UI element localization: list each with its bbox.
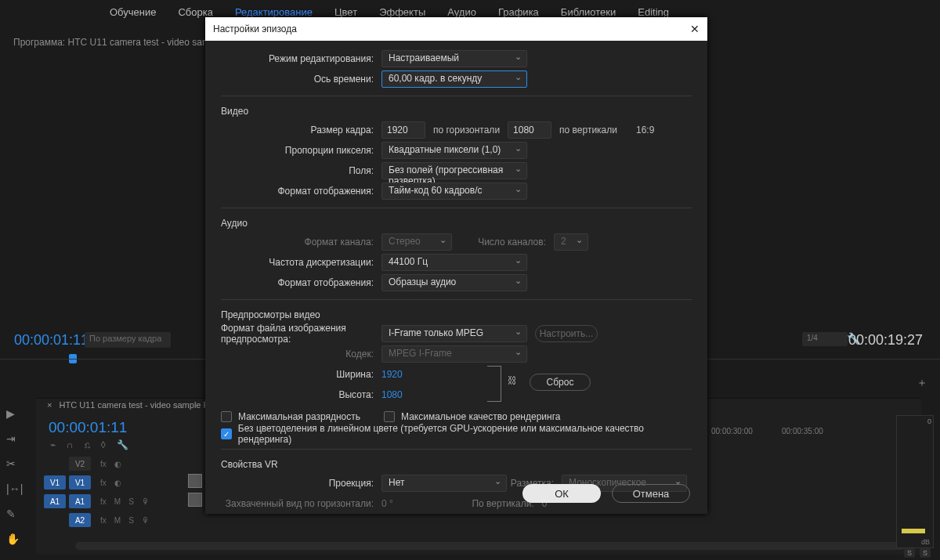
fx-toggle[interactable]: fx bbox=[100, 497, 107, 506]
audio-meter: 0 dB bbox=[896, 415, 934, 548]
frame-height-input[interactable] bbox=[508, 121, 551, 139]
projection-label: Проекция: bbox=[221, 478, 381, 489]
monitor-zoom-select[interactable]: По размеру кадра bbox=[85, 332, 171, 348]
timebase-label: Ось времени: bbox=[221, 74, 381, 85]
video-clip[interactable] bbox=[188, 474, 202, 488]
max-bit-depth-label: Максимальная разрядность bbox=[238, 411, 360, 422]
tab-learn[interactable]: Обучение bbox=[110, 6, 156, 18]
preview-section-header: Предпросмотры видео bbox=[221, 305, 692, 323]
source-patch-v1[interactable]: V1 bbox=[44, 475, 66, 490]
workspace-tabs: Обучение Сборка Редактирование Цвет Эффе… bbox=[110, 6, 669, 18]
horizontal-label: по горизонтали bbox=[433, 125, 500, 135]
preview-height-value[interactable]: 1080 bbox=[381, 389, 403, 400]
settings-wrench-icon[interactable]: 🔧 bbox=[117, 439, 128, 450]
solo-left[interactable]: S bbox=[904, 548, 915, 558]
captured-horizontal-value: 0 ° bbox=[381, 498, 393, 509]
source-patch-a1[interactable]: A1 bbox=[44, 494, 66, 508]
tab-audio[interactable]: Аудио bbox=[447, 6, 476, 18]
codec-select: MPEG I-Frame bbox=[381, 345, 527, 363]
voice-icon[interactable]: 🎙 bbox=[142, 497, 150, 506]
tab-graphics[interactable]: Графика bbox=[498, 6, 539, 18]
pen-tool-icon[interactable]: ✎ bbox=[6, 508, 23, 520]
max-render-quality-label: Максимальное качество рендеринга bbox=[401, 411, 560, 422]
timeline-scrollbar[interactable] bbox=[75, 542, 906, 550]
max-render-quality-checkbox[interactable] bbox=[384, 411, 395, 422]
cancel-button[interactable]: Отмена bbox=[612, 484, 690, 503]
composite-linear-label: Без цветоделения в линейном цвете (требу… bbox=[238, 423, 692, 445]
magnet-icon[interactable]: ∩ bbox=[67, 439, 74, 450]
preview-height-label: Высота: bbox=[221, 389, 381, 400]
add-button-icon[interactable]: ＋ bbox=[916, 376, 927, 390]
mute-toggle[interactable]: M bbox=[114, 497, 121, 506]
projection-select[interactable]: Нет bbox=[381, 475, 507, 492]
video-display-format-select[interactable]: Тайм-код 60 кадров/с bbox=[381, 182, 527, 200]
preview-file-format-select[interactable]: I-Frame только MPEG bbox=[381, 325, 527, 342]
timebase-select[interactable]: 60,00 кадр. в секунду bbox=[381, 70, 527, 88]
ripple-tool-icon[interactable]: ✂ bbox=[6, 457, 23, 470]
audio-clip[interactable] bbox=[188, 493, 202, 507]
sequence-settings-dialog: Настройки эпизода ✕ Режим редактирования… bbox=[205, 17, 707, 514]
tab-editing[interactable]: Редактирование bbox=[235, 6, 313, 18]
preview-width-label: Ширина: bbox=[221, 369, 381, 380]
audio-display-format-select[interactable]: Образцы аудио bbox=[381, 274, 527, 291]
voice-icon[interactable]: 🎙 bbox=[142, 516, 150, 525]
eye-icon[interactable]: ◐ bbox=[114, 460, 121, 468]
monitor-time-out[interactable]: 00:00:19:27 bbox=[848, 332, 923, 349]
codec-label: Кодек: bbox=[221, 349, 381, 359]
hand-tool-icon[interactable]: ✋ bbox=[6, 533, 23, 545]
timeline-playhead-time[interactable]: 00:00:01:11 bbox=[49, 419, 127, 436]
max-bit-depth-checkbox[interactable] bbox=[221, 411, 232, 422]
close-icon[interactable]: ✕ bbox=[690, 23, 700, 35]
solo-right[interactable]: S bbox=[920, 548, 931, 558]
sample-rate-select[interactable]: 44100 Гц bbox=[381, 254, 527, 271]
track-header-v1[interactable]: V1 bbox=[69, 475, 91, 490]
vertical-label: по вертикали bbox=[559, 125, 617, 135]
frame-width-input[interactable] bbox=[381, 121, 425, 139]
track-select-tool-icon[interactable]: ⇥ bbox=[6, 432, 23, 445]
channel-format-label: Формат канала: bbox=[221, 237, 381, 247]
channel-count-select: 2 bbox=[554, 233, 588, 251]
monitor-time-in[interactable]: 00:00:01:11 bbox=[14, 332, 89, 349]
selection-tool-icon[interactable]: ▶ bbox=[6, 407, 23, 420]
channel-count-label: Число каналов: bbox=[452, 237, 554, 247]
link-toggle-icon[interactable]: ⎌ bbox=[85, 439, 90, 450]
tab-editing2[interactable]: Editing bbox=[638, 6, 669, 18]
solo-toggle[interactable]: S bbox=[128, 497, 134, 506]
fx-toggle[interactable]: fx bbox=[100, 460, 107, 468]
solo-toggle[interactable]: S bbox=[128, 516, 134, 525]
pixel-aspect-select[interactable]: Квадратные пиксели (1,0) bbox=[381, 142, 527, 159]
razor-tool-icon[interactable]: |↔| bbox=[6, 482, 23, 495]
eye-icon[interactable]: ◐ bbox=[114, 479, 121, 487]
snap-icon[interactable]: ⌁ bbox=[50, 439, 56, 450]
editing-mode-select[interactable]: Настраиваемый bbox=[381, 50, 527, 67]
close-tab-icon[interactable]: × bbox=[47, 400, 52, 410]
track-header-a1[interactable]: A1 bbox=[69, 494, 91, 508]
link-icon[interactable]: ⛓ bbox=[508, 375, 517, 386]
configure-button: Настроить... bbox=[535, 325, 598, 342]
channel-format-select: Стерео bbox=[381, 233, 452, 251]
track-header-a2[interactable]: A2 bbox=[69, 513, 91, 527]
tab-assembly[interactable]: Сборка bbox=[178, 6, 213, 18]
mute-toggle[interactable]: M bbox=[114, 516, 121, 525]
dialog-titlebar[interactable]: Настройки эпизода ✕ bbox=[205, 17, 707, 41]
meter-level bbox=[902, 529, 925, 533]
fx-toggle[interactable]: fx bbox=[100, 516, 107, 525]
editing-mode-label: Режим редактирования: bbox=[221, 53, 381, 64]
pixel-aspect-label: Пропорции пикселя: bbox=[221, 145, 381, 156]
marker-icon[interactable]: ◊ bbox=[101, 439, 106, 450]
captured-vertical-label: По вертикали: bbox=[393, 498, 542, 509]
preview-width-value[interactable]: 1920 bbox=[381, 369, 403, 380]
reset-button[interactable]: Сброс bbox=[530, 374, 591, 391]
monitor-resolution-select[interactable]: 1/4 bbox=[802, 332, 848, 346]
fx-toggle[interactable]: fx bbox=[100, 479, 107, 487]
tab-color[interactable]: Цвет bbox=[334, 6, 357, 18]
meter-db-label: dB bbox=[921, 538, 930, 546]
tab-libraries[interactable]: Библиотеки bbox=[561, 6, 616, 18]
fields-select[interactable]: Без полей (прогрессивная развертка) bbox=[381, 162, 527, 179]
audio-display-format-label: Формат отображения: bbox=[221, 277, 381, 288]
ruler-label-35: 00:00:35:00 bbox=[782, 427, 823, 435]
tab-effects[interactable]: Эффекты bbox=[379, 6, 425, 18]
composite-linear-checkbox[interactable]: ✓ bbox=[221, 428, 232, 439]
ok-button[interactable]: ОК bbox=[522, 484, 601, 503]
track-header-v2[interactable]: V2 bbox=[69, 457, 91, 471]
